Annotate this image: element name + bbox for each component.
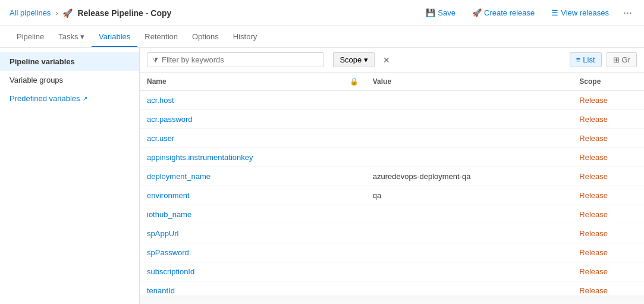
variable-name-cell[interactable]: iothub_name [140,205,343,224]
lock-cell [343,205,366,224]
variable-name-cell[interactable]: environment [140,186,343,205]
sidebar: Pipeline variables Variable groups Prede… [0,48,140,304]
variable-name-cell[interactable]: appinsights.instrumentationkey [140,148,343,167]
table-row: acr.password Release [140,110,644,129]
variable-value-cell[interactable] [366,110,555,129]
tab-variables[interactable]: Variables [92,27,137,47]
variable-value-cell[interactable] [366,281,555,296]
view-releases-label: View releases [561,8,609,17]
value-lock-cell [554,167,572,186]
breadcrumb-all-pipelines[interactable]: All pipelines [10,8,51,17]
tab-pipeline[interactable]: Pipeline [10,27,51,47]
scope-chevron-icon: ▾ [364,55,368,64]
variable-value-cell[interactable] [366,224,555,243]
col-scope: Scope [572,73,644,91]
variable-name-cell[interactable]: deployment_name [140,167,343,186]
header-actions: 💾 Save 🚀 Create release ☰ View releases … [421,4,634,21]
view-releases-button[interactable]: ☰ View releases [546,6,614,20]
table-row: spPassword Release [140,243,644,262]
tab-tasks[interactable]: Tasks ▾ [51,27,92,47]
variable-value-cell[interactable] [366,129,555,148]
value-lock-cell [554,186,572,205]
sidebar-item-variable-groups[interactable]: Variable groups [0,71,139,89]
table-row: tenantId Release [140,281,644,296]
variable-scope-cell: Release [572,167,644,186]
variable-groups-label: Variable groups [10,76,63,84]
table-row: subscriptionId Release [140,262,644,281]
main-content: Pipeline variables Variable groups Prede… [0,48,644,304]
create-release-icon: 🚀 [472,8,482,17]
col-value-lock [554,73,572,91]
value-lock-cell [554,91,572,110]
variable-name-cell[interactable]: acr.password [140,110,343,129]
external-link-icon: ↗ [83,95,87,102]
table-row: spAppUrl Release [140,224,644,243]
col-value: Value [366,73,555,91]
variable-value-cell[interactable] [366,205,555,224]
variables-table-container: Name 🔒 Value Scope acr.host Release acr.… [140,73,644,296]
lock-cell [343,129,366,148]
variable-name-cell[interactable]: acr.user [140,129,343,148]
variable-name-cell[interactable]: acr.host [140,91,343,110]
col-lock: 🔒 [343,73,366,91]
variable-scope-cell: Release [572,129,644,148]
tab-retention[interactable]: Retention [137,27,185,47]
table-row: environment qa Release [140,186,644,205]
sidebar-item-pipeline-variables[interactable]: Pipeline variables [0,52,139,71]
variable-scope-cell: Release [572,148,644,167]
variables-table: Name 🔒 Value Scope acr.host Release acr.… [140,73,644,296]
filter-box: ⧩ [147,52,323,67]
group-icon: ⊞ [613,55,620,64]
header-left: All pipelines › 🚀 Release Pipeline - Cop… [10,8,171,18]
filter-input[interactable] [162,55,318,64]
variable-scope-cell: Release [572,186,644,205]
tab-history[interactable]: History [226,27,264,47]
variable-scope-cell: Release [572,205,644,224]
pipeline-variables-label: Pipeline variables [10,57,75,66]
scope-label: Scope [340,55,362,64]
variable-value-cell[interactable] [366,148,555,167]
value-lock-cell [554,129,572,148]
table-row: deployment_name azuredevops-deployment-q… [140,167,644,186]
bottom-scrollbar[interactable] [140,296,644,304]
scope-button[interactable]: Scope ▾ [333,52,375,67]
variable-value-cell[interactable] [366,262,555,281]
value-lock-cell [554,110,572,129]
tab-options[interactable]: Options [185,27,226,47]
lock-cell [343,186,366,205]
header: All pipelines › 🚀 Release Pipeline - Cop… [0,0,644,26]
table-row: appinsights.instrumentationkey Release [140,148,644,167]
clear-filter-button[interactable]: ✕ [379,54,394,66]
release-pipeline-icon: 🚀 [62,8,73,18]
lock-cell [343,262,366,281]
table-header-row: Name 🔒 Value Scope [140,73,644,91]
variables-content: ⧩ Scope ▾ ✕ ≡ List ⊞ Gr Na [140,48,644,304]
lock-cell [343,281,366,296]
variable-value-cell[interactable] [366,91,555,110]
variable-scope-cell: Release [572,224,644,243]
sidebar-predefined-variables-link[interactable]: Predefined variables ↗ [0,89,139,108]
create-release-button[interactable]: 🚀 Create release [467,6,539,20]
save-button[interactable]: 💾 Save [421,6,460,20]
lock-cell [343,167,366,186]
variable-scope-cell: Release [572,110,644,129]
value-lock-cell [554,243,572,262]
variable-scope-cell: Release [572,91,644,110]
view-releases-icon: ☰ [551,8,558,17]
variable-value-cell[interactable]: qa [366,186,555,205]
variable-value-cell[interactable]: azuredevops-deployment-qa [366,167,555,186]
value-lock-cell [554,224,572,243]
variable-name-cell[interactable]: subscriptionId [140,262,343,281]
variable-name-cell[interactable]: spAppUrl [140,224,343,243]
more-options-button[interactable]: ··· [621,4,634,21]
save-label: Save [438,8,455,17]
create-release-label: Create release [484,8,535,17]
variable-name-cell[interactable]: tenantId [140,281,343,296]
variable-value-cell[interactable] [366,243,555,262]
group-view-button[interactable]: ⊞ Gr [607,52,637,67]
nav-tabs: Pipeline Tasks ▾ Variables Retention Opt… [0,26,644,48]
list-view-button[interactable]: ≡ List [570,52,602,67]
table-body: acr.host Release acr.password Release ac… [140,91,644,296]
variable-name-cell[interactable]: spPassword [140,243,343,262]
breadcrumb-separator: › [55,9,58,17]
